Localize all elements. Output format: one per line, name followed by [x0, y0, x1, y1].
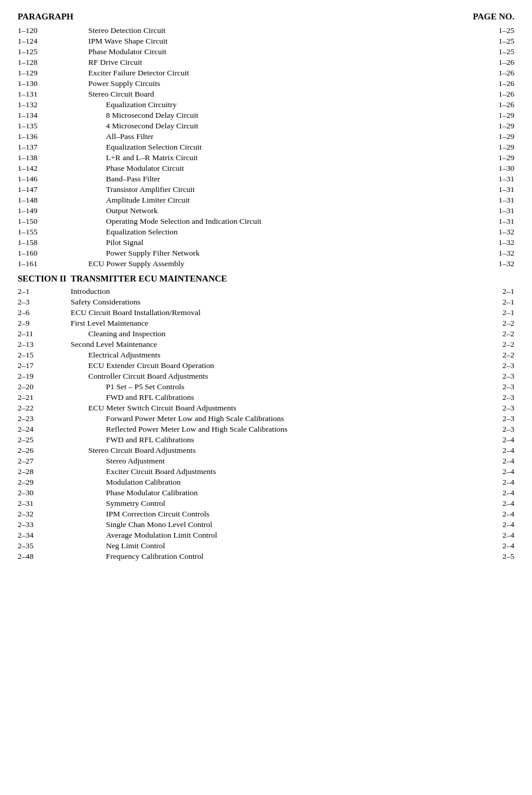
table-row: 2–21FWD and RFL Calibrations2–3	[18, 392, 514, 403]
title-cell: P1 Set – P5 Set Controls	[71, 382, 479, 392]
table-row: 2–32IPM Correction Circuit Controls2–4	[18, 509, 514, 519]
title-cell: Band–Pass Filter	[71, 174, 479, 184]
para-cell: 1–131	[18, 89, 71, 100]
page-cell: 2–3	[479, 403, 514, 413]
para-cell: 1–137	[18, 142, 71, 153]
section2-para: SECTION II	[18, 269, 71, 286]
para-cell: 2–24	[18, 424, 71, 435]
para-cell: 1–130	[18, 78, 71, 89]
page-cell: 2–3	[479, 392, 514, 403]
title-cell: Transistor Amplifier Circuit	[71, 184, 479, 195]
para-cell: 1–138	[18, 153, 71, 163]
title-cell: RF Drive Circuit	[71, 57, 479, 68]
title-cell: Exciter Failure Detector Circuit	[71, 68, 479, 78]
page-cell: 1–32	[479, 227, 514, 237]
para-cell: 2–23	[18, 413, 71, 424]
para-cell: 2–33	[18, 519, 71, 530]
title-cell: Controller Circuit Board Adjustments	[71, 371, 479, 382]
title-cell: 8 Microsecond Delay Circuit	[71, 110, 479, 121]
para-cell: 2–15	[18, 350, 71, 360]
title-cell: IPM Wave Shape Circuit	[71, 36, 479, 47]
title-cell: Safety Considerations	[71, 297, 479, 307]
title-cell: ECU Meter Switch Circuit Board Adjustmen…	[71, 403, 479, 413]
table-row: 1–155Equalization Selection1–32	[18, 227, 514, 237]
table-row: 2–13Second Level Maintenance2–2	[18, 339, 514, 350]
para-cell: 2–30	[18, 488, 71, 498]
page-cell: 2–4	[479, 509, 514, 519]
page-cell: 2–4	[479, 456, 514, 466]
para-cell: 2–17	[18, 360, 71, 371]
para-cell: 2–34	[18, 530, 71, 541]
para-cell: 1–128	[18, 57, 71, 68]
title-cell: Cleaning and Inspection	[71, 329, 479, 339]
table-row: 1–161ECU Power Supply Assembly1–32	[18, 259, 514, 269]
para-cell: 1–161	[18, 259, 71, 269]
table-row: 2–15Electrical Adjustments2–2	[18, 350, 514, 360]
table-row: 1–137Equalization Selection Circuit1–29	[18, 142, 514, 153]
title-cell: Equalization Selection	[71, 227, 479, 237]
page-cell: 2–1	[479, 297, 514, 307]
title-cell: Reflected Power Meter Low and High Scale…	[71, 424, 479, 435]
para-cell: 2–26	[18, 445, 71, 456]
para-cell: 2–6	[18, 307, 71, 318]
table-row: 1–130Power Supply Circuits1–26	[18, 78, 514, 89]
para-cell: 1–125	[18, 47, 71, 57]
para-cell: 1–146	[18, 174, 71, 184]
para-cell: 1–149	[18, 206, 71, 216]
title-cell: Equalization Selection Circuit	[71, 142, 479, 153]
title-cell: Pilot Signal	[71, 237, 479, 248]
para-cell: 2–29	[18, 477, 71, 488]
toc-section2: 2–1Introduction2–12–3Safety Consideratio…	[18, 286, 514, 562]
table-row: 1–150Operating Mode Selection and Indica…	[18, 216, 514, 227]
table-row: 2–24Reflected Power Meter Low and High S…	[18, 424, 514, 435]
para-cell: 2–25	[18, 435, 71, 445]
page-cell: 1–25	[479, 36, 514, 47]
title-cell: Phase Modulator Circuit	[71, 47, 479, 57]
para-cell: 1–135	[18, 121, 71, 131]
para-cell: 2–35	[18, 541, 71, 551]
page-cell: 1–32	[479, 237, 514, 248]
table-row: 1–124IPM Wave Shape Circuit1–25	[18, 36, 514, 47]
para-cell: 1–155	[18, 227, 71, 237]
page-cell: 2–3	[479, 382, 514, 392]
page-cell: 2–3	[479, 371, 514, 382]
page-cell: 2–2	[479, 350, 514, 360]
table-row: 1–131Stereo Circuit Board1–26	[18, 89, 514, 100]
table-row: 2–20P1 Set – P5 Set Controls2–3	[18, 382, 514, 392]
table-row: 1–149Output Network1–31	[18, 206, 514, 216]
table-row: 2–35Neg Limit Control2–4	[18, 541, 514, 551]
title-cell: Second Level Maintenance	[71, 339, 479, 350]
page-cell: 2–5	[479, 551, 514, 562]
page-cell: 1–29	[479, 153, 514, 163]
page-cell: 1–32	[479, 248, 514, 259]
table-row: 1–142Phase Modulator Circuit1–30	[18, 163, 514, 174]
para-cell: 1–148	[18, 195, 71, 206]
para-cell: 1–134	[18, 110, 71, 121]
page-cell: 2–4	[479, 541, 514, 551]
page-cell: 2–1	[479, 307, 514, 318]
para-cell: 2–20	[18, 382, 71, 392]
table-row: 1–129Exciter Failure Detector Circuit1–2…	[18, 68, 514, 78]
table-row: 1–147Transistor Amplifier Circuit1–31	[18, 184, 514, 195]
title-cell: Stereo Circuit Board Adjustments	[71, 445, 479, 456]
title-cell: Phase Modulator Circuit	[71, 163, 479, 174]
title-cell: Stereo Detection Circuit	[71, 25, 479, 36]
page-cell: 2–3	[479, 360, 514, 371]
para-cell: 1–124	[18, 36, 71, 47]
table-row: 1–125Phase Modulator Circuit1–25	[18, 47, 514, 57]
title-cell: Phase Modulator Calibration	[71, 488, 479, 498]
title-cell: Power Supply Circuits	[71, 78, 479, 89]
table-row: 2–19Controller Circuit Board Adjustments…	[18, 371, 514, 382]
title-cell: FWD and RFL Calibrations	[71, 392, 479, 403]
section2-header-row: SECTION II TRANSMITTER ECU MAINTENANCE	[18, 269, 514, 286]
page-cell: 1–31	[479, 174, 514, 184]
page-cell: 2–2	[479, 339, 514, 350]
para-cell: 2–19	[18, 371, 71, 382]
title-cell: Equalization Circuitry	[71, 100, 479, 110]
para-cell: 1–158	[18, 237, 71, 248]
para-cell: 1–120	[18, 25, 71, 36]
title-cell: Power Supply Filter Network	[71, 248, 479, 259]
para-cell: 1–136	[18, 131, 71, 142]
page-cell: 1–30	[479, 163, 514, 174]
para-cell: 2–22	[18, 403, 71, 413]
